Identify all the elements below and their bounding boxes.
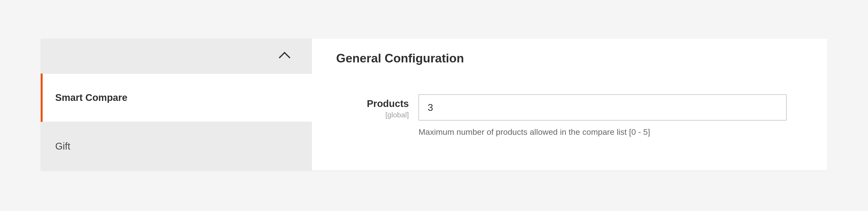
products-input[interactable] bbox=[418, 94, 786, 120]
sidebar-item-label: Smart Compare bbox=[55, 92, 127, 103]
config-main: General Configuration Products [global] … bbox=[312, 39, 827, 170]
field-hint-products: Maximum number of products allowed in th… bbox=[418, 127, 786, 137]
field-control-col: Maximum number of products allowed in th… bbox=[418, 94, 786, 137]
field-label-products: Products bbox=[336, 98, 409, 109]
chevron-up-icon bbox=[279, 51, 290, 63]
field-row-products: Products [global] Maximum number of prod… bbox=[336, 94, 803, 137]
field-label-col: Products [global] bbox=[336, 94, 418, 119]
config-panel: Smart Compare Gift General Configuration… bbox=[41, 39, 827, 170]
sidebar-item-gift[interactable]: Gift bbox=[41, 122, 312, 170]
sidebar-item-label: Gift bbox=[55, 141, 70, 152]
section-title: General Configuration bbox=[336, 51, 803, 65]
scope-hint-products: [global] bbox=[336, 111, 409, 119]
sidebar-collapse-toggle[interactable] bbox=[41, 39, 312, 74]
config-sidebar: Smart Compare Gift bbox=[41, 39, 312, 170]
sidebar-item-smart-compare[interactable]: Smart Compare bbox=[41, 74, 312, 122]
config-page: Smart Compare Gift General Configuration… bbox=[0, 39, 868, 170]
